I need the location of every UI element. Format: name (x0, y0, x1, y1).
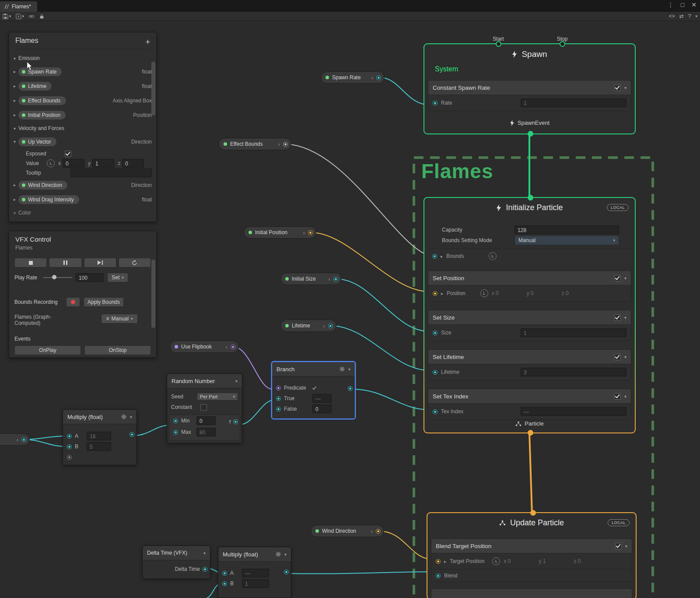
b-field[interactable]: 1 (242, 579, 269, 588)
param-node-use-flipbook[interactable]: Use Flipbook‹ (170, 341, 239, 353)
min-input-port[interactable] (173, 419, 178, 423)
save-as-button[interactable]: ▾ (16, 14, 24, 19)
block-enabled-checkbox[interactable] (614, 393, 621, 400)
size-input-port[interactable] (433, 331, 438, 335)
chevron-right-icon[interactable]: ▸ (14, 84, 16, 88)
window-menu-icon[interactable]: ⋮ (668, 1, 674, 8)
tooltip-field[interactable] (70, 169, 152, 177)
param-node-lifetime[interactable]: Lifetime‹ (280, 320, 336, 332)
gear-icon[interactable] (340, 366, 345, 372)
add-property-button[interactable]: + (145, 38, 150, 47)
context-node-update-particle[interactable]: Update Particle LOCAL Blend Target Posit… (427, 512, 637, 598)
vfx-control-scrollbar[interactable] (151, 260, 155, 328)
param-node-size-clipped[interactable]: ize‹ (0, 433, 30, 446)
param-node-effect-bounds[interactable]: Effect Bounds‹ (219, 138, 291, 150)
max-field[interactable]: 80 (196, 428, 216, 436)
b-input-port[interactable] (222, 581, 227, 586)
block-enabled-checkbox[interactable] (614, 275, 621, 281)
lock-button[interactable] (39, 14, 45, 19)
onstop-button[interactable]: OnStop (84, 345, 151, 355)
help-icon[interactable]: ? (688, 13, 691, 19)
record-bounds-button[interactable] (66, 297, 80, 307)
operator-node-branch[interactable]: Branch ▾ Predicate True — False 0 (271, 361, 356, 419)
param-node-spawn-rate[interactable]: Spawn Rate‹ (321, 71, 385, 84)
space-local-icon[interactable]: L (489, 252, 497, 260)
block-enabled-checkbox[interactable] (615, 543, 622, 549)
rate-field[interactable]: 1 (521, 98, 626, 107)
update-input-port[interactable] (530, 510, 536, 516)
chevron-right-icon[interactable]: ▸ (14, 183, 16, 187)
tab-flames[interactable]: Flames* (0, 1, 37, 12)
constant-checkbox[interactable] (200, 404, 207, 411)
operator-node-random-number[interactable]: Random Number▾ Seed Per Part▾ Constant M… (167, 373, 242, 443)
save-button[interactable]: ▾ (3, 14, 11, 19)
space-local-icon[interactable]: L (480, 289, 488, 297)
save-dropdown-icon[interactable]: ▾ (9, 14, 11, 18)
chevron-right-icon[interactable]: ▸ (14, 98, 16, 103)
save-as-dropdown-icon[interactable]: ▾ (22, 14, 24, 18)
rate-input-port[interactable] (433, 101, 438, 106)
false-field[interactable]: 0 (312, 405, 332, 413)
chevron-down-icon[interactable]: ▾ (624, 394, 626, 399)
chevron-right-icon[interactable]: ▸ (441, 254, 443, 259)
min-field[interactable]: 0 (196, 416, 216, 425)
collapse-icon[interactable]: ‹ (371, 528, 373, 535)
tex-index-input-port[interactable] (433, 409, 438, 414)
tex-index-field[interactable]: — (521, 407, 626, 416)
play-rate-field[interactable]: 100 (76, 273, 104, 282)
start-flow-port[interactable] (496, 41, 501, 47)
capacity-field[interactable]: 128 (514, 225, 619, 234)
collapse-icon[interactable]: ‹ (17, 436, 18, 443)
settings-sliders-icon[interactable]: ⇄ (679, 13, 684, 19)
b-field[interactable]: 5 (87, 442, 111, 451)
toolbar-dropdown-icon[interactable]: ▾ (695, 14, 697, 18)
pause-button[interactable] (49, 258, 81, 267)
bounds-mode-dropdown[interactable]: Manual▾ (514, 236, 619, 245)
collapse-icon[interactable]: ‹ (226, 344, 228, 350)
position-input-port[interactable] (433, 291, 438, 296)
chevron-down-icon[interactable]: ▾ (284, 552, 287, 557)
context-node-initialize-particle[interactable]: Initialize Particle LOCAL Capacity 128 B… (424, 197, 636, 433)
code-view-icon[interactable]: <> (669, 13, 675, 19)
property-row-wind-drag[interactable]: ▸Wind Drag Intensityfloat (9, 192, 156, 207)
param-node-initial-position[interactable]: Initial Position‹ (244, 226, 316, 239)
chevron-right-icon[interactable]: ▸ (441, 291, 443, 296)
operator-node-multiply-a[interactable]: Multiply (float) ▾ A 16 B 5 (63, 409, 137, 465)
section-velocity-forces[interactable]: ▾Velocity and Forces (9, 122, 156, 134)
param-node-wind-direction[interactable]: Wind Direction‹ (311, 525, 384, 537)
blackboard-scrollbar[interactable] (151, 62, 155, 116)
seed-dropdown[interactable]: Per Part▾ (197, 393, 238, 401)
operator-node-multiply-b[interactable]: Multiply (float) ▾ A — B 1 (218, 547, 291, 598)
output-port[interactable] (333, 277, 338, 281)
chevron-down-icon[interactable]: ▾ (14, 139, 16, 144)
chevron-right-icon[interactable]: ▸ (14, 113, 16, 117)
chevron-down-icon[interactable]: ▾ (203, 551, 206, 556)
output-port[interactable] (21, 437, 26, 442)
set-rate-button[interactable]: Set▾ (107, 273, 128, 282)
a-input-port[interactable] (67, 434, 72, 439)
apply-bounds-button[interactable]: Apply Bounds (84, 297, 124, 307)
chevron-down-icon[interactable]: ▾ (235, 379, 238, 383)
size-field[interactable]: 1 (521, 328, 626, 337)
stop-flow-port[interactable] (560, 41, 565, 47)
block-constant-spawn-rate[interactable]: Constant Spawn Rate▾ Rate 1 (428, 80, 631, 111)
chevron-down-icon[interactable]: ▾ (624, 276, 626, 281)
block-enabled-checkbox[interactable] (614, 314, 621, 321)
property-row-wind-direction[interactable]: ▸Wind DirectionDirection (9, 178, 156, 192)
lifetime-input-port[interactable] (433, 370, 438, 375)
y-field[interactable]: 1 (92, 159, 114, 168)
space-local-icon[interactable]: L (47, 159, 55, 167)
multiply-output-port[interactable] (130, 432, 134, 437)
property-row-effect-bounds[interactable]: ▸Effect BoundsAxis Aligned Box (9, 93, 156, 108)
target-position-input-port[interactable] (436, 559, 441, 564)
operator-node-delta-time[interactable]: Delta Time (VFX)▾ Delta Time (142, 545, 210, 579)
a-field[interactable]: 16 (87, 432, 111, 440)
a-input-port[interactable] (222, 571, 227, 576)
block-enabled-checkbox[interactable] (614, 84, 621, 91)
spawn-output-port[interactable] (528, 131, 533, 137)
a-field[interactable]: — (242, 569, 269, 577)
bounds-mode-dropdown[interactable]: ≡Manual▾ (101, 314, 138, 324)
property-row-initial-position[interactable]: ▸Initial PositionPosition (9, 108, 156, 122)
link-button[interactable] (28, 14, 35, 19)
onplay-button[interactable]: OnPlay (14, 345, 81, 355)
